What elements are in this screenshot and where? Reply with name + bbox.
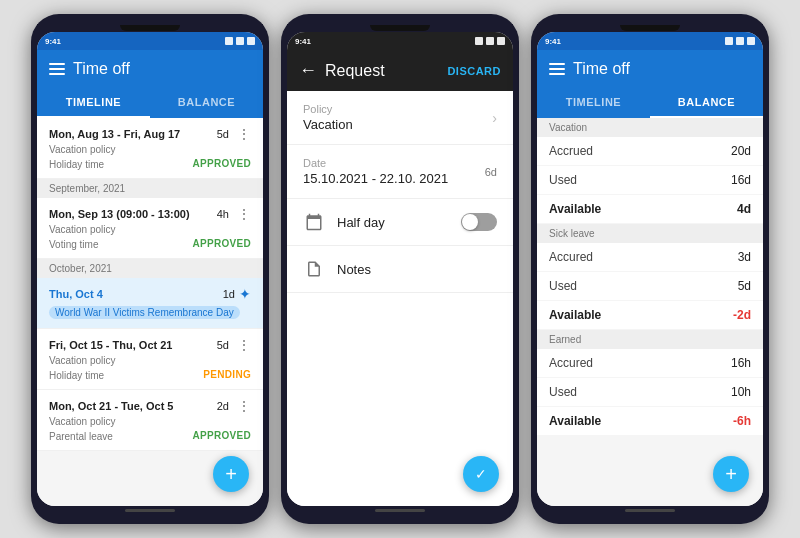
request-content: Policy Vacation › Date 15.10.2021 - 22.1… <box>287 91 513 506</box>
tab-timeline-1[interactable]: TIMELINE <box>37 88 150 118</box>
item-sep-policy: Vacation policy <box>49 224 251 235</box>
notes-icon <box>303 258 325 280</box>
status-icons-2 <box>475 37 505 45</box>
item-oct15-more[interactable]: ⋮ <box>237 337 251 353</box>
date-value: 15.10.2021 - 22.10. 2021 <box>303 171 448 186</box>
toggle-knob <box>462 214 478 230</box>
app-title-1: Time off <box>73 60 251 78</box>
item-oct21-more[interactable]: ⋮ <box>237 398 251 414</box>
hamburger-icon[interactable] <box>49 63 65 75</box>
calendar-icon <box>303 211 325 233</box>
discard-button[interactable]: DISCARD <box>447 65 501 77</box>
phone-2: 9:41 ← Request DISCARD Policy <box>281 14 519 524</box>
balance-content: Vacation Accrued 20d Used 16d Available … <box>537 118 763 506</box>
tab-balance-1[interactable]: BALANCE <box>150 88 263 118</box>
wifi-icon-3 <box>736 37 744 45</box>
balance-earned-header: Earned <box>537 330 763 349</box>
item-oct15-sub: Holiday time <box>49 370 104 381</box>
date-section[interactable]: Date 15.10.2021 - 22.10. 2021 6d <box>287 145 513 199</box>
status-icons-1 <box>225 37 255 45</box>
fab-2[interactable]: ✓ <box>463 456 499 492</box>
timeline-item-oct21[interactable]: Mon, Oct 21 - Tue, Oct 5 2d ⋮ Vacation p… <box>37 390 263 451</box>
status-bar-2: 9:41 <box>287 32 513 50</box>
app-title-2: Request <box>325 62 439 80</box>
signal-icon-3 <box>725 37 733 45</box>
app-header-3: Time off <box>537 50 763 88</box>
item-aug-sub: Holiday time <box>49 159 104 170</box>
item-oct4-icon: ✦ <box>239 286 251 302</box>
notes-label: Notes <box>337 262 497 277</box>
item-sep-title: Mon, Sep 13 (09:00 - 13:00) <box>49 208 190 220</box>
policy-section[interactable]: Policy Vacation › <box>287 91 513 145</box>
policy-label: Policy <box>303 103 353 115</box>
balance-sick-available: Available -2d <box>537 301 763 330</box>
app-header-1: Time off <box>37 50 263 88</box>
back-button[interactable]: ← <box>299 60 317 81</box>
item-oct4-title: Thu, Oct 4 <box>49 288 103 300</box>
hamburger-icon-3[interactable] <box>549 63 565 75</box>
notes-row[interactable]: Notes <box>287 246 513 293</box>
policy-chevron: › <box>492 110 497 126</box>
section-oct: October, 2021 <box>37 259 263 278</box>
item-aug-title: Mon, Aug 13 - Fri, Aug 17 <box>49 128 180 140</box>
balance-vacation-available: Available 4d <box>537 195 763 224</box>
timeline-content: Mon, Aug 13 - Fri, Aug 17 5d ⋮ Vacation … <box>37 118 263 506</box>
item-oct21-policy: Vacation policy <box>49 416 251 427</box>
tab-balance-3[interactable]: BALANCE <box>650 88 763 118</box>
halfday-row[interactable]: Half day <box>287 199 513 246</box>
timeline-item-sep[interactable]: Mon, Sep 13 (09:00 - 13:00) 4h ⋮ Vacatio… <box>37 198 263 259</box>
fab-1[interactable]: + <box>213 456 249 492</box>
status-time-2: 9:41 <box>295 37 311 46</box>
wifi-icon-2 <box>486 37 494 45</box>
balance-earned-available: Available -6h <box>537 407 763 436</box>
fab-3[interactable]: + <box>713 456 749 492</box>
item-oct21-title: Mon, Oct 21 - Tue, Oct 5 <box>49 400 173 412</box>
section-sep: September, 2021 <box>37 179 263 198</box>
policy-value: Vacation <box>303 117 353 132</box>
balance-sick-accrued: Accured 3d <box>537 243 763 272</box>
status-time-3: 9:41 <box>545 37 561 46</box>
battery-icon-3 <box>747 37 755 45</box>
status-time-1: 9:41 <box>45 37 61 46</box>
date-duration: 6d <box>485 166 497 178</box>
item-oct21-duration: 2d <box>217 400 229 412</box>
phone-1: 9:41 Time off TIMELINE BALANCE <box>31 14 269 524</box>
timeline-item-oct4[interactable]: Thu, Oct 4 1d ✦ World War II Victims Rem… <box>37 278 263 329</box>
balance-vacation-accrued: Accrued 20d <box>537 137 763 166</box>
item-oct15-duration: 5d <box>217 339 229 351</box>
item-sep-sub: Voting time <box>49 239 98 250</box>
tabs-1: TIMELINE BALANCE <box>37 88 263 118</box>
item-oct15-title: Fri, Oct 15 - Thu, Oct 21 <box>49 339 172 351</box>
balance-sick-used: Used 5d <box>537 272 763 301</box>
item-sep-status: APPROVED <box>192 238 251 249</box>
tab-timeline-3[interactable]: TIMELINE <box>537 88 650 118</box>
item-aug-policy: Vacation policy <box>49 144 251 155</box>
halfday-toggle[interactable] <box>461 213 497 231</box>
fab-check-icon: ✓ <box>475 466 487 482</box>
item-sep-duration: 4h <box>217 208 229 220</box>
item-aug-status: APPROVED <box>192 158 251 169</box>
balance-sick-header: Sick leave <box>537 224 763 243</box>
item-oct4-duration: 1d <box>223 288 235 300</box>
timeline-item-aug[interactable]: Mon, Aug 13 - Fri, Aug 17 5d ⋮ Vacation … <box>37 118 263 179</box>
signal-icon <box>225 37 233 45</box>
balance-vacation-header: Vacation <box>537 118 763 137</box>
item-oct15-status: PENDING <box>203 369 251 380</box>
item-sep-more[interactable]: ⋮ <box>237 206 251 222</box>
app-title-3: Time off <box>573 60 751 78</box>
phone-3: 9:41 Time off TIMELINE BALANCE <box>531 14 769 524</box>
status-icons-3 <box>725 37 755 45</box>
timeline-item-oct15[interactable]: Fri, Oct 15 - Thu, Oct 21 5d ⋮ Vacation … <box>37 329 263 390</box>
item-aug-more[interactable]: ⋮ <box>237 126 251 142</box>
tabs-3: TIMELINE BALANCE <box>537 88 763 118</box>
balance-earned-accrued: Accured 16h <box>537 349 763 378</box>
battery-icon-2 <box>497 37 505 45</box>
balance-vacation-used: Used 16d <box>537 166 763 195</box>
item-oct21-sub: Parental leave <box>49 431 113 442</box>
item-oct4-badge: World War II Victims Remembrance Day <box>49 306 240 319</box>
date-label: Date <box>303 157 448 169</box>
status-bar-3: 9:41 <box>537 32 763 50</box>
status-bar-1: 9:41 <box>37 32 263 50</box>
signal-icon-2 <box>475 37 483 45</box>
battery-icon <box>247 37 255 45</box>
